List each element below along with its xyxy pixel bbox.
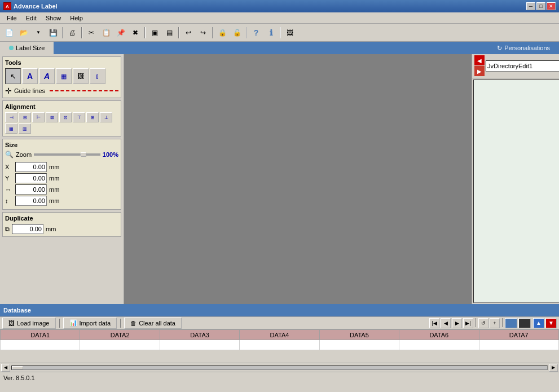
align-left-btn[interactable]: ⊣: [5, 112, 17, 122]
height-input[interactable]: [15, 196, 47, 206]
info-button[interactable]: ℹ: [264, 26, 278, 39]
col-data3[interactable]: DATA3: [160, 330, 239, 340]
unlock-button[interactable]: 🔓: [230, 26, 244, 39]
barcode-v-tool[interactable]: ⫿: [90, 68, 105, 84]
x-input[interactable]: [15, 162, 47, 172]
undo-button[interactable]: ↩: [182, 26, 195, 39]
load-image-button[interactable]: 🖼 Load image: [2, 318, 56, 329]
menu-help[interactable]: Help: [65, 14, 87, 23]
paste-button[interactable]: 📌: [114, 26, 127, 39]
align-middle-btn[interactable]: ⊞: [86, 112, 99, 122]
menu-edit[interactable]: Edit: [21, 14, 41, 23]
directory-edit[interactable]: [486, 60, 559, 72]
open-dropdown[interactable]: ▼: [32, 26, 45, 39]
nav-back-btn[interactable]: ◀: [474, 55, 485, 65]
copy-button[interactable]: 📋: [99, 26, 113, 39]
select2-button[interactable]: ▤: [162, 26, 176, 39]
cell-1-3[interactable]: [160, 340, 239, 350]
import-data-button[interactable]: 📊 Import data: [63, 318, 117, 329]
redo-button[interactable]: ↪: [196, 26, 210, 39]
db-down-btn[interactable]: ▼: [545, 318, 557, 328]
db-sep-4: [502, 318, 503, 327]
text-italic-tool[interactable]: A: [39, 68, 55, 84]
new-button[interactable]: 📄: [2, 26, 16, 39]
db-add-btn[interactable]: +: [490, 318, 500, 328]
db-blue-btn[interactable]: [505, 318, 517, 328]
align-center-h-btn[interactable]: ⊟: [19, 112, 31, 122]
select-button[interactable]: ▣: [148, 26, 161, 39]
align-spread-h-btn[interactable]: ⊠: [46, 112, 58, 122]
window-controls[interactable]: ─ □ ✕: [526, 2, 556, 10]
print-button[interactable]: 🖨: [65, 26, 79, 39]
x-unit: mm: [49, 164, 59, 170]
canvas-area[interactable]: [124, 54, 472, 304]
nav-arrows: ◀ ▶: [474, 55, 485, 77]
delete-button[interactable]: ✖: [129, 26, 142, 39]
col-data7[interactable]: DATA7: [479, 330, 558, 340]
y-input[interactable]: [15, 173, 47, 183]
width-label: ↔: [5, 186, 13, 193]
cell-1-1[interactable]: [1, 340, 80, 350]
align-fill-h-btn[interactable]: ▦: [5, 124, 17, 134]
cell-1-7[interactable]: [479, 340, 558, 350]
zoom-icon: 🔍: [5, 151, 14, 158]
db-refresh-btn[interactable]: ↺: [478, 318, 488, 328]
h-scroll-right[interactable]: ▶: [549, 364, 558, 372]
align-right-btn[interactable]: ⊢: [32, 112, 45, 122]
menu-file[interactable]: File: [2, 14, 21, 23]
image-tool[interactable]: 🖼: [73, 68, 89, 84]
tab-personalisations[interactable]: ↻ Personalisations: [488, 42, 559, 54]
nav-forward-btn[interactable]: ▶: [474, 66, 485, 76]
app-icon: A: [3, 2, 11, 10]
h-scroll-left[interactable]: ◀: [1, 364, 10, 372]
toolbar-sep-7: [280, 27, 281, 38]
col-data6[interactable]: DATA6: [399, 330, 479, 340]
barcode-h-tool[interactable]: ▦: [56, 68, 72, 84]
tab-personalisations-text: Personalisations: [504, 45, 550, 51]
load-image-icon: 🖼: [8, 320, 15, 327]
cell-1-4[interactable]: [240, 340, 319, 350]
db-first-btn[interactable]: |◀: [429, 318, 439, 328]
lock-button[interactable]: 🔒: [215, 26, 229, 39]
duplicate-input[interactable]: [12, 224, 43, 234]
help-button[interactable]: ?: [249, 26, 263, 39]
cell-1-5[interactable]: [319, 340, 399, 350]
col-data1[interactable]: DATA1: [1, 330, 80, 340]
toolbar-sep-5: [212, 27, 213, 38]
col-data4[interactable]: DATA4: [240, 330, 319, 340]
horizontal-scrollbar[interactable]: ◀ ▶: [0, 363, 559, 372]
maximize-button[interactable]: □: [536, 2, 545, 10]
h-scroll-track[interactable]: [11, 365, 548, 370]
align-top-btn[interactable]: ⊤: [73, 112, 85, 122]
db-blue-btn2[interactable]: [518, 318, 531, 328]
save-button[interactable]: 💾: [46, 26, 60, 39]
h-scroll-thumb[interactable]: [12, 366, 23, 369]
zoom-slider[interactable]: [34, 153, 100, 156]
col-data5[interactable]: DATA5: [319, 330, 399, 340]
db-up-btn[interactable]: ▲: [533, 318, 544, 328]
open-button[interactable]: 📂: [17, 26, 30, 39]
menu-show[interactable]: Show: [41, 14, 66, 23]
toolbar-sep-1: [62, 27, 63, 38]
tools-grid: ↖ A A ▦ 🖼 ⫿: [5, 68, 118, 84]
minimize-button[interactable]: ─: [526, 2, 535, 10]
align-fill-v-btn[interactable]: ▥: [19, 124, 31, 134]
cell-1-6[interactable]: [399, 340, 479, 350]
guide-cross-icon[interactable]: ✛: [5, 86, 12, 95]
x-label: X: [5, 164, 13, 170]
db-prev-btn[interactable]: ◀: [441, 318, 451, 328]
db-next-btn[interactable]: ▶: [452, 318, 462, 328]
clear-data-button[interactable]: 🗑 Clear all data: [124, 318, 182, 329]
image-button[interactable]: 🖼: [283, 26, 297, 39]
close-button[interactable]: ✕: [547, 2, 556, 10]
width-input[interactable]: [15, 184, 47, 195]
align-spread-v-btn[interactable]: ⊡: [59, 112, 72, 122]
col-data2[interactable]: DATA2: [80, 330, 160, 340]
cell-1-2[interactable]: [80, 340, 160, 350]
cut-button[interactable]: ✂: [85, 26, 98, 39]
align-bottom-btn[interactable]: ⊥: [100, 112, 112, 122]
cursor-tool[interactable]: ↖: [5, 68, 21, 84]
text-tool[interactable]: A: [22, 68, 38, 84]
tab-label-size[interactable]: Label Size: [0, 42, 54, 54]
db-last-btn[interactable]: ▶|: [463, 318, 473, 328]
